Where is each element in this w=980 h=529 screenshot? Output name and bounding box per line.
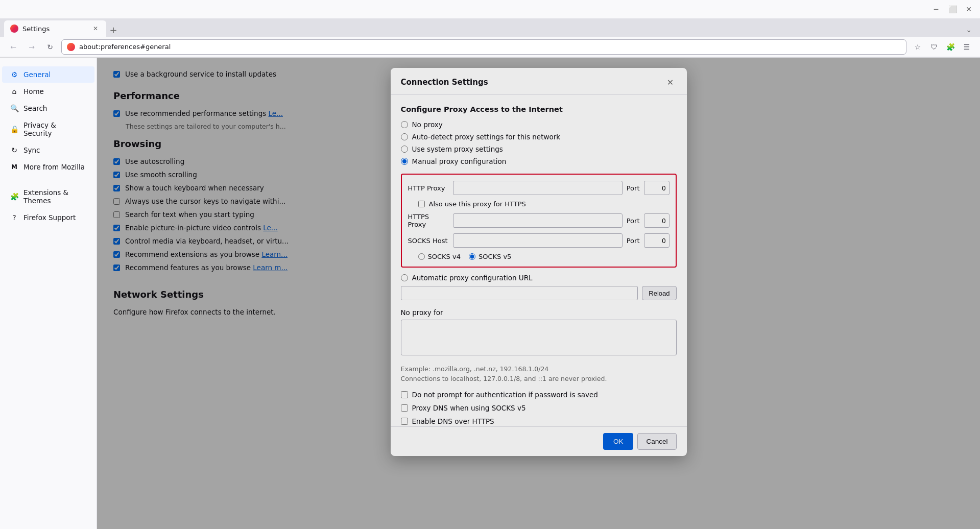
- https-proxy-input[interactable]: [453, 213, 623, 228]
- http-proxy-row: HTTP Proxy Port: [408, 181, 670, 195]
- radio-auto-url-input[interactable]: [401, 274, 408, 281]
- sidebar-item-more[interactable]: M More from Mozilla: [2, 159, 94, 175]
- also-use-https-row: Also use this proxy for HTTPS: [418, 200, 670, 208]
- sidebar-label-search: Search: [23, 104, 47, 112]
- http-port-input[interactable]: [644, 181, 670, 195]
- manual-proxy-section: HTTP Proxy Port Also use this proxy for …: [401, 174, 677, 268]
- sidebar: ⚙ General ⌂ Home 🔍 Search 🔒 Privacy & Se…: [0, 58, 97, 529]
- radio-system-proxy-input[interactable]: [401, 146, 408, 153]
- back-button[interactable]: ←: [6, 40, 20, 54]
- sidebar-item-privacy[interactable]: 🔒 Privacy & Security: [2, 117, 94, 141]
- prefs-content: Use a background service to install upda…: [97, 58, 980, 529]
- socks-host-input[interactable]: [453, 233, 623, 248]
- no-auth-prompt-checkbox[interactable]: [401, 391, 408, 398]
- sidebar-label-privacy: Privacy & Security: [23, 121, 86, 137]
- title-bar: ─ ⬜ ✕: [0, 0, 980, 18]
- proxy-dns-label: Proxy DNS when using SOCKS v5: [412, 404, 526, 412]
- forward-button[interactable]: →: [25, 40, 39, 54]
- socks-v5-radio[interactable]: [469, 253, 475, 260]
- tab-list-button[interactable]: ⌄: [962, 22, 976, 37]
- socks-port-label: Port: [627, 237, 640, 245]
- https-proxy-label: HTTPS Proxy: [408, 213, 449, 228]
- site-icon: [67, 43, 75, 51]
- radio-manual-proxy[interactable]: Manual proxy configuration: [401, 157, 677, 165]
- connection-settings-modal: Connection Settings ✕ Configure Proxy Ac…: [391, 68, 687, 456]
- dns-over-https-checkbox[interactable]: [401, 418, 408, 425]
- socks-v4-radio[interactable]: [418, 253, 425, 260]
- more-icon: M: [10, 163, 18, 171]
- radio-auto-detect-label: Auto-detect proxy settings for this netw…: [412, 133, 561, 141]
- modal-body[interactable]: Configure Proxy Access to the Internet N…: [391, 95, 687, 426]
- socks-v4-option[interactable]: SOCKS v4: [418, 253, 461, 260]
- sidebar-item-home[interactable]: ⌂ Home: [2, 83, 94, 100]
- socks-version-row: SOCKS v4 SOCKS v5: [418, 253, 670, 260]
- new-tab-button[interactable]: +: [106, 22, 121, 37]
- ok-button[interactable]: OK: [603, 433, 634, 450]
- nav-bar: ← → ↻ about:preferences#general ☆ 🛡 🧩 ☰: [0, 37, 980, 57]
- reload-button[interactable]: Reload: [642, 286, 676, 300]
- sidebar-label-extensions: Extensions & Themes: [23, 188, 86, 205]
- socks-v5-label: SOCKS v5: [479, 253, 511, 260]
- http-port-label: Port: [627, 184, 640, 192]
- also-use-https-label: Also use this proxy for HTTPS: [429, 200, 526, 208]
- proxy-section-heading: Configure Proxy Access to the Internet: [401, 105, 677, 113]
- sidebar-item-support[interactable]: ? Firefox Support: [2, 209, 94, 226]
- extensions-button[interactable]: 🧩: [943, 40, 958, 54]
- refresh-button[interactable]: ↻: [43, 40, 57, 54]
- nav-right: ☆ 🛡 🧩 ☰: [911, 40, 974, 54]
- sidebar-item-extensions[interactable]: 🧩 Extensions & Themes: [2, 184, 94, 209]
- sidebar-item-general[interactable]: ⚙ General: [2, 66, 94, 83]
- radio-no-proxy[interactable]: No proxy: [401, 121, 677, 129]
- no-auth-prompt-label: Do not prompt for authentication if pass…: [412, 391, 598, 399]
- sidebar-label-general: General: [23, 70, 51, 79]
- active-tab[interactable]: Settings ✕: [4, 20, 106, 37]
- modal-header: Connection Settings ✕: [391, 68, 687, 95]
- dns-over-https-item[interactable]: Enable DNS over HTTPS: [401, 417, 677, 425]
- radio-auto-detect-input[interactable]: [401, 133, 408, 140]
- auto-proxy-url-input[interactable]: [401, 286, 638, 300]
- cancel-button[interactable]: Cancel: [637, 433, 676, 450]
- radio-no-proxy-label: No proxy: [412, 121, 443, 129]
- socks-host-label: SOCKS Host: [408, 237, 449, 245]
- radio-manual-proxy-input[interactable]: [401, 158, 408, 165]
- https-port-input[interactable]: [644, 213, 670, 228]
- socks-v4-label: SOCKS v4: [428, 253, 461, 260]
- home-icon: ⌂: [10, 87, 18, 95]
- no-auth-prompt-item[interactable]: Do not prompt for authentication if pass…: [401, 391, 677, 399]
- radio-manual-proxy-label: Manual proxy configuration: [412, 157, 507, 165]
- radio-auto-url-label: Automatic proxy configuration URL: [412, 274, 533, 282]
- bookmark-button[interactable]: ☆: [911, 40, 925, 54]
- shield-button[interactable]: 🛡: [927, 40, 941, 54]
- radio-auto-detect[interactable]: Auto-detect proxy settings for this netw…: [401, 133, 677, 141]
- close-tab-button[interactable]: ✕: [91, 24, 100, 33]
- radio-auto-url[interactable]: Automatic proxy configuration URL: [401, 274, 677, 282]
- proxy-dns-item[interactable]: Proxy DNS when using SOCKS v5: [401, 404, 677, 412]
- tab-bar: Settings ✕ + ⌄: [0, 18, 980, 37]
- no-proxy-textarea[interactable]: [401, 320, 677, 355]
- also-use-https-checkbox[interactable]: [418, 201, 425, 207]
- example-hint: Example: .mozilla.org, .net.nz, 192.168.…: [401, 365, 677, 373]
- socks-port-input[interactable]: [644, 233, 670, 248]
- no-proxy-section: No proxy for: [401, 308, 677, 357]
- menu-button[interactable]: ☰: [960, 40, 974, 54]
- close-button[interactable]: ✕: [962, 2, 976, 16]
- sidebar-item-search[interactable]: 🔍 Search: [2, 100, 94, 116]
- socks-v5-option[interactable]: SOCKS v5: [469, 253, 511, 260]
- no-proxy-label: No proxy for: [401, 308, 677, 317]
- minimize-button[interactable]: ─: [929, 2, 943, 16]
- radio-system-proxy[interactable]: Use system proxy settings: [401, 145, 677, 153]
- socks-host-row: SOCKS Host Port: [408, 233, 670, 248]
- http-proxy-input[interactable]: [453, 181, 623, 195]
- proxy-dns-checkbox[interactable]: [401, 404, 408, 412]
- sync-icon: ↻: [10, 146, 18, 154]
- radio-no-proxy-input[interactable]: [401, 121, 408, 128]
- maximize-button[interactable]: ⬜: [945, 2, 960, 16]
- address-bar[interactable]: about:preferences#general: [61, 39, 906, 55]
- modal-overlay: Connection Settings ✕ Configure Proxy Ac…: [97, 58, 980, 529]
- sidebar-label-home: Home: [23, 87, 44, 95]
- sidebar-label-more: More from Mozilla: [23, 163, 85, 171]
- sidebar-item-sync[interactable]: ↻ Sync: [2, 142, 94, 158]
- sidebar-label-support: Firefox Support: [23, 213, 76, 222]
- modal-close-button[interactable]: ✕: [664, 76, 677, 88]
- http-proxy-label: HTTP Proxy: [408, 184, 449, 192]
